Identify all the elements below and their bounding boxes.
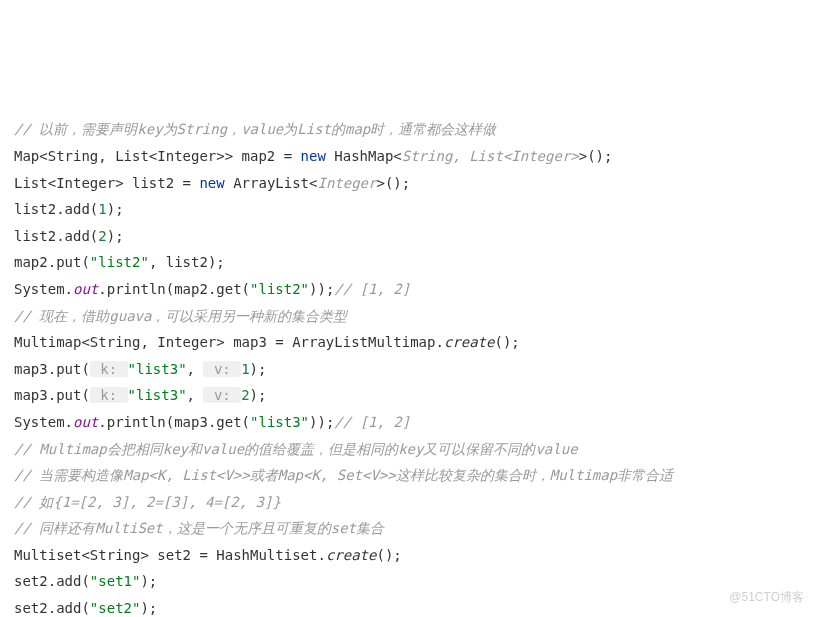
param-hint: k: bbox=[90, 361, 128, 377]
code-line: set2.add("set1"); bbox=[14, 568, 800, 595]
code-line: Multimap<String, Integer> map3 = ArrayLi… bbox=[14, 329, 800, 356]
code-line: map3.put( k: "list3", v: 1); bbox=[14, 356, 800, 383]
code-comment: // 当需要构造像Map<K, List<V>>或者Map<K, Set<V>>… bbox=[14, 462, 800, 489]
code-line: Multiset<String> set2 = HashMultiset.cre… bbox=[14, 542, 800, 569]
code-comment: // 以前，需要声明key为String，value为List的map时，通常都… bbox=[14, 116, 800, 143]
code-line: list2.add(1); bbox=[14, 196, 800, 223]
code-line: list2.add(2); bbox=[14, 223, 800, 250]
code-line: map3.put( k: "list3", v: 2); bbox=[14, 382, 800, 409]
code-comment: // 同样还有MultiSet，这是一个无序且可重复的set集合 bbox=[14, 515, 800, 542]
code-comment: // 现在，借助guava，可以采用另一种新的集合类型 bbox=[14, 303, 800, 330]
param-hint: k: bbox=[90, 387, 128, 403]
code-line: System.out.println(map2.get("list2"));//… bbox=[14, 276, 800, 303]
code-comment: // Multimap会把相同key和value的值给覆盖，但是相同的key又可… bbox=[14, 436, 800, 463]
param-hint: v: bbox=[203, 387, 241, 403]
code-block: // 以前，需要声明key为String，value为List的map时，通常都… bbox=[14, 116, 800, 617]
param-hint: v: bbox=[203, 361, 241, 377]
code-line: Map<String, List<Integer>> map2 = new Ha… bbox=[14, 143, 800, 170]
watermark-text: @51CTO博客 bbox=[729, 586, 804, 609]
code-line: set2.add("set2"); bbox=[14, 595, 800, 617]
code-line: System.out.println(map3.get("list3"));//… bbox=[14, 409, 800, 436]
code-line: map2.put("list2", list2); bbox=[14, 249, 800, 276]
code-line: List<Integer> list2 = new ArrayList<Inte… bbox=[14, 170, 800, 197]
code-comment: // 如{1=[2, 3], 2=[3], 4=[2, 3]} bbox=[14, 489, 800, 516]
